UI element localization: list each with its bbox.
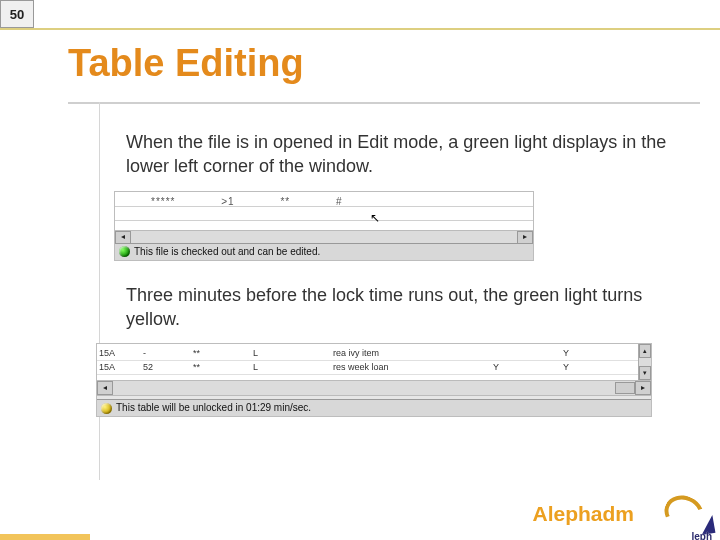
- cell: 15A: [97, 347, 141, 359]
- scroll-left-icon: ◂: [97, 381, 113, 395]
- slide-number-box: 50: [0, 0, 34, 28]
- status-text: This table will be unlocked in 01:29 min…: [116, 401, 311, 415]
- cell: Y: [561, 347, 591, 359]
- scroll-thumb: [615, 382, 635, 394]
- cell: Y: [561, 361, 591, 373]
- cell: 52: [141, 361, 191, 373]
- cell: **: [191, 361, 251, 373]
- vertical-rule: [99, 102, 100, 480]
- status-light-yellow-icon: [101, 403, 112, 414]
- slide-title: Table Editing: [68, 42, 304, 85]
- footer-product-name: Alephadm: [532, 502, 634, 526]
- gridline: [115, 220, 533, 221]
- ph3: **: [280, 195, 290, 209]
- screenshot-2-hscrollbar: ◂ ▸: [97, 380, 651, 396]
- status-text: This file is checked out and can be edit…: [134, 245, 320, 259]
- screenshot-2-wrap: 15A - ** L rea ivy item Y 15A 52 ** L re…: [96, 343, 670, 417]
- cell: L: [251, 361, 331, 373]
- screenshot-2-statusbar: This table will be unlocked in 01:29 min…: [97, 399, 651, 416]
- top-rule: [0, 28, 720, 30]
- paragraph-2: Three minutes before the lock time runs …: [126, 283, 670, 332]
- paragraph-1: When the file is in opened in Edit mode,…: [126, 130, 670, 179]
- ph2: >1: [221, 195, 234, 209]
- title-underline: [68, 102, 700, 104]
- scroll-down-icon: ▾: [639, 366, 651, 380]
- screenshot-1-placeholders: ***** >1 ** #: [151, 195, 385, 209]
- mouse-cursor-icon: ↖: [370, 210, 380, 226]
- screenshot-2: 15A - ** L rea ivy item Y 15A 52 ** L re…: [96, 343, 652, 417]
- cell: 15A: [97, 361, 141, 373]
- bottom-accent: [0, 534, 90, 540]
- cell: Y: [491, 361, 561, 373]
- screenshot-1: ***** >1 ** # ↖ ◂ ▸ This file is checked…: [114, 191, 534, 261]
- logo-text: leph: [691, 531, 712, 540]
- screenshot-1-grid: ***** >1 ** # ↖: [115, 192, 533, 230]
- cell: **: [191, 347, 251, 359]
- cell: res week loan: [331, 361, 491, 373]
- slide: 50 Table Editing When the file is in ope…: [0, 0, 720, 540]
- screenshot-2-vscrollbar: ▴ ▾: [638, 344, 651, 380]
- body: When the file is in opened in Edit mode,…: [126, 130, 670, 439]
- screenshot-1-statusbar: This file is checked out and can be edit…: [115, 243, 533, 260]
- scroll-up-icon: ▴: [639, 344, 651, 358]
- scroll-right-icon: ▸: [635, 381, 651, 395]
- ph4: #: [336, 195, 343, 209]
- table-row: 15A 52 ** L res week loan Y Y: [97, 360, 639, 375]
- slide-number: 50: [10, 7, 24, 22]
- screenshot-1-wrap: ***** >1 ** # ↖ ◂ ▸ This file is checked…: [114, 191, 670, 261]
- cell: -: [141, 347, 191, 359]
- table-row: 15A - ** L rea ivy item Y: [97, 346, 639, 361]
- ph1: *****: [151, 195, 175, 209]
- cell: L: [251, 347, 331, 359]
- screenshot-2-grid: 15A - ** L rea ivy item Y 15A 52 ** L re…: [97, 344, 651, 380]
- aleph-logo-icon: [662, 492, 714, 534]
- cell: rea ivy item: [331, 347, 491, 359]
- status-light-green-icon: [119, 246, 130, 257]
